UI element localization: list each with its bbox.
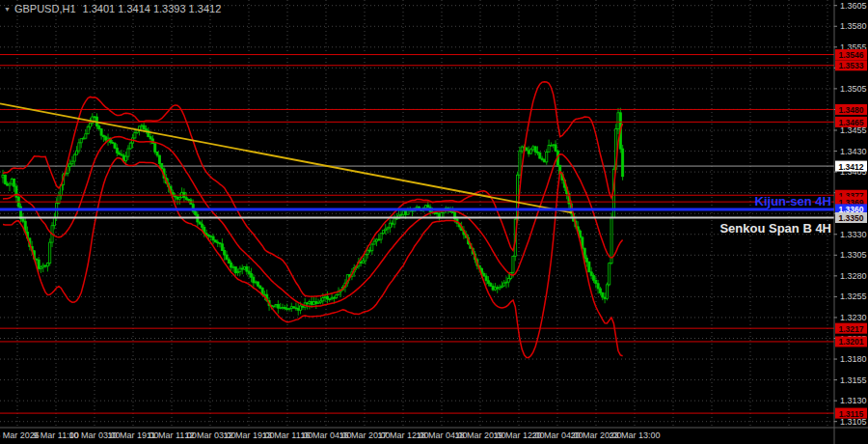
svg-text:1.3605: 1.3605 (840, 1, 867, 11)
svg-text:1.3412: 1.3412 (839, 162, 864, 172)
svg-text:1.3465: 1.3465 (839, 118, 864, 127)
svg-text:1.3305: 1.3305 (840, 250, 867, 260)
ohlc-values: 1.3401 1.3414 1.3393 1.3412 (83, 3, 222, 14)
senkou-span-b-4h-label: Senkou Span B 4H (719, 221, 831, 236)
svg-text:1.3155: 1.3155 (840, 375, 867, 385)
svg-text:1.3255: 1.3255 (840, 291, 867, 301)
svg-text:1.3217: 1.3217 (839, 324, 864, 334)
svg-text:1.3546: 1.3546 (839, 50, 864, 60)
symbol-period-label: GBPUSD,H1 (14, 3, 76, 14)
svg-text:23 Mar 13:00: 23 Mar 13:00 (609, 430, 660, 440)
svg-text:1.3330: 1.3330 (840, 230, 867, 239)
svg-text:1.3350: 1.3350 (839, 213, 864, 223)
chart-marker-icon: ▼ (4, 6, 11, 13)
svg-text:1.3280: 1.3280 (840, 271, 867, 281)
svg-text:1.3130: 1.3130 (840, 396, 867, 405)
chart-title-bar: ▼GBPUSD,H11.3401 1.3414 1.3393 1.3412 (4, 3, 221, 14)
svg-text:1.3480: 1.3480 (839, 105, 864, 115)
svg-text:1.3230: 1.3230 (840, 313, 867, 322)
svg-text:1.3580: 1.3580 (840, 21, 867, 31)
svg-text:1.3115: 1.3115 (839, 409, 864, 419)
svg-text:1.3430: 1.3430 (840, 147, 867, 156)
mt4-chart-window: 1.36051.35801.35551.35301.35051.34801.34… (0, 0, 868, 444)
svg-text:1.3201: 1.3201 (839, 337, 864, 347)
svg-text:1.3505: 1.3505 (840, 84, 867, 94)
svg-text:1.3180: 1.3180 (840, 354, 867, 364)
kijun-sen-4h-label: Kijun-sen 4H (755, 194, 831, 208)
svg-text:1.3533: 1.3533 (839, 61, 864, 70)
